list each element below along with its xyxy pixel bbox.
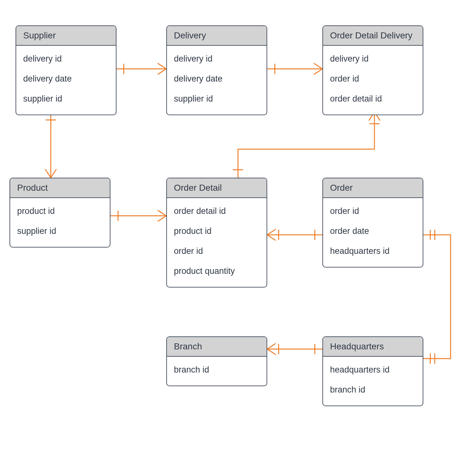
entity-title: Order Detail Delivery xyxy=(323,26,423,46)
entity-title: Delivery xyxy=(167,26,267,46)
entity-attrs: delivery id order id order detail id xyxy=(323,46,423,115)
attr: delivery id xyxy=(23,49,109,69)
attr: delivery date xyxy=(23,69,109,89)
entity-product[interactable]: Product product id supplier id xyxy=(10,178,110,248)
attr: product id xyxy=(174,221,260,241)
svg-line-10 xyxy=(45,169,51,178)
svg-line-6 xyxy=(314,63,322,69)
entity-attrs: headquarters id branch id xyxy=(323,357,423,406)
attr: branch id xyxy=(174,360,260,380)
attr: order id xyxy=(330,201,416,221)
svg-line-17 xyxy=(267,229,275,235)
rel-order-headquarters xyxy=(423,230,451,363)
entity-order-detail[interactable]: Order Detail order detail id product id … xyxy=(166,178,267,288)
entity-delivery[interactable]: Delivery delivery id delivery date suppl… xyxy=(166,25,267,115)
attr: product id xyxy=(17,201,103,221)
attr: order date xyxy=(330,221,416,241)
entity-attrs: delivery id delivery date supplier id xyxy=(16,46,116,115)
svg-line-14 xyxy=(158,210,166,216)
attr: supplier id xyxy=(174,89,260,109)
rel-branch-headquarters xyxy=(267,344,322,354)
entity-title: Product xyxy=(10,178,110,198)
attr: delivery id xyxy=(330,49,416,69)
entity-title: Order xyxy=(323,178,423,198)
entity-attrs: product id supplier id xyxy=(10,198,110,247)
svg-line-11 xyxy=(51,169,56,178)
attr: order detail id xyxy=(330,89,416,109)
attr: product quantity xyxy=(174,261,260,281)
entity-title: Supplier xyxy=(16,26,116,46)
attr: branch id xyxy=(330,380,416,400)
svg-line-7 xyxy=(314,69,322,74)
entity-headquarters[interactable]: Headquarters headquarters id branch id xyxy=(322,336,423,406)
rel-product-orderdetail xyxy=(110,210,166,221)
entity-order[interactable]: Order order id order date headquarters i… xyxy=(322,178,423,268)
rel-supplier-product xyxy=(45,112,56,178)
svg-line-15 xyxy=(158,216,166,221)
attr: delivery date xyxy=(174,69,260,89)
attr: supplier id xyxy=(17,221,103,241)
entity-supplier[interactable]: Supplier delivery id delivery date suppl… xyxy=(16,25,116,115)
rel-delivery-odd xyxy=(267,63,322,74)
rel-orderdetail-odd xyxy=(233,112,380,178)
svg-line-31 xyxy=(267,349,275,354)
attr: order detail id xyxy=(174,201,260,221)
entity-branch[interactable]: Branch branch id xyxy=(166,336,267,386)
attr: headquarters id xyxy=(330,360,416,380)
entity-attrs: branch id xyxy=(167,357,267,386)
svg-line-18 xyxy=(267,235,275,240)
attr: headquarters id xyxy=(330,241,416,261)
entity-attrs: order id order date headquarters id xyxy=(323,198,423,267)
rel-supplier-delivery xyxy=(116,63,166,74)
entity-title: Branch xyxy=(167,337,267,357)
attr: order id xyxy=(330,69,416,89)
rel-orderdetail-order xyxy=(267,229,322,240)
entity-order-detail-delivery[interactable]: Order Detail Delivery delivery id order … xyxy=(322,25,423,115)
attr: supplier id xyxy=(23,89,109,109)
entity-title: Headquarters xyxy=(323,337,423,357)
er-diagram-canvas: { "entities": { "supplier": { "title": "… xyxy=(0,0,476,476)
entity-attrs: order detail id product id order id prod… xyxy=(167,198,267,287)
svg-line-2 xyxy=(158,63,166,69)
entity-attrs: delivery id delivery date supplier id xyxy=(167,46,267,115)
attr: order id xyxy=(174,241,260,261)
entity-title: Order Detail xyxy=(167,178,267,198)
svg-line-30 xyxy=(267,344,275,349)
attr: delivery id xyxy=(174,49,260,69)
svg-line-3 xyxy=(158,69,166,74)
